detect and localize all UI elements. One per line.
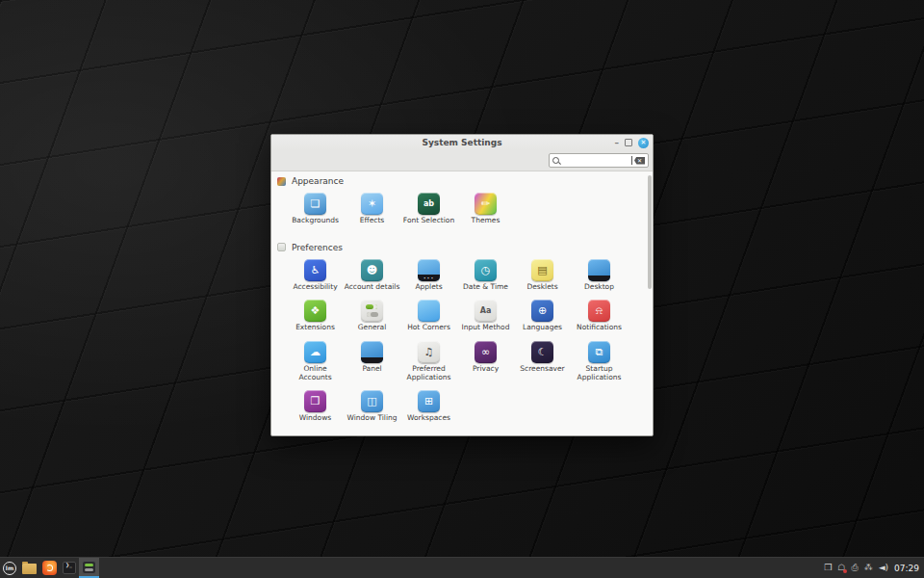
system-tray: ❒☖⎙⁂◄)07:29: [824, 564, 924, 573]
settings-item-label: Effects: [360, 217, 385, 225]
update-manager-icon[interactable]: ☖: [837, 564, 845, 572]
settings-item-desklets[interactable]: ▤Desklets: [514, 259, 571, 292]
appearance-section-icon: [277, 177, 286, 186]
applets-icon: ···: [418, 259, 440, 281]
text-caret: [631, 156, 632, 165]
icon-glyph: ✶: [368, 198, 376, 209]
settings-item-preferred-applications[interactable]: ♫Preferred Applications: [400, 341, 457, 381]
privacy-icon: ∞: [475, 341, 497, 363]
icon-glyph: ☁: [310, 347, 321, 357]
icon-glyph: ⧉: [596, 347, 603, 357]
online-accounts-icon: ☁: [304, 341, 326, 363]
icon-grid-appearance: ❏Backgrounds✶EffectsabFont Selection✏The…: [277, 193, 645, 225]
menu-button-glyph: lm: [3, 562, 16, 575]
settings-item-label: Workspaces: [407, 414, 450, 423]
close-button[interactable]: ✕: [638, 138, 649, 148]
desklets-icon: ▤: [531, 259, 553, 281]
settings-item-online-accounts[interactable]: ☁Online Accounts: [287, 341, 344, 381]
icon-glyph: ◫: [367, 396, 376, 407]
window-titlebar[interactable]: System Settings – ✕: [271, 135, 653, 150]
settings-item-label: Accessibility: [293, 283, 337, 292]
settings-item-windows[interactable]: ❒Windows: [287, 390, 344, 423]
terminal-app-icon[interactable]: ❯_: [60, 558, 79, 578]
settings-item-extensions[interactable]: ❖Extensions: [287, 300, 344, 332]
icon-glyph: ▤: [537, 265, 547, 276]
settings-item-window-tiling[interactable]: ◫Window Tiling: [344, 390, 400, 423]
settings-item-workspaces[interactable]: ⊞Workspaces: [400, 390, 457, 423]
settings-item-general[interactable]: General: [344, 300, 400, 332]
settings-item-backgrounds[interactable]: ❏Backgrounds: [287, 193, 344, 225]
icon-glyph: ⍾: [596, 305, 603, 316]
extensions-icon: ❖: [304, 300, 326, 322]
section-header-preferences: Preferences: [277, 243, 645, 252]
accessibility-icon: ♿: [304, 259, 326, 281]
input-method-icon: Aa: [475, 300, 497, 322]
files-app-icon[interactable]: [19, 558, 39, 578]
settings-item-label: Screensaver: [520, 365, 564, 374]
icon-glyph: ♿: [311, 265, 321, 276]
settings-item-label: Languages: [523, 324, 562, 332]
notifications-icon: ⍾: [588, 300, 610, 322]
settings-item-input-method[interactable]: AaInput Method: [457, 300, 514, 332]
volume-icon[interactable]: ◄): [879, 564, 888, 572]
preferences-section-icon: [277, 243, 286, 251]
settings-item-date-time[interactable]: ◷Date & Time: [457, 259, 514, 292]
settings-item-themes[interactable]: ✏Themes: [457, 193, 514, 225]
section-header-appearance: Appearance: [277, 176, 645, 186]
settings-item-desktop[interactable]: Desktop: [571, 259, 628, 292]
window-controls: – ✕: [615, 135, 650, 150]
settings-item-label: Applets: [415, 283, 442, 292]
settings-item-hot-corners[interactable]: Hot Corners: [400, 300, 457, 332]
settings-item-applets[interactable]: ···Applets: [400, 259, 457, 292]
settings-item-panel[interactable]: Panel: [344, 341, 400, 381]
firefox-app-icon[interactable]: [39, 558, 60, 578]
startup-applications-icon: ⧉: [588, 341, 610, 363]
settings-item-accessibility[interactable]: ♿Accessibility: [287, 259, 344, 292]
icon-glyph: ···: [424, 275, 435, 283]
vertical-scrollbar[interactable]: [648, 175, 652, 289]
window-title: System Settings: [271, 138, 653, 147]
settings-item-label: Backgrounds: [292, 217, 339, 225]
settings-item-label: Privacy: [473, 365, 499, 374]
settings-item-privacy[interactable]: ∞Privacy: [457, 341, 514, 381]
icon-glyph: ❒: [311, 396, 321, 407]
screensaver-icon: ☾: [531, 341, 553, 363]
settings-item-label: Windows: [299, 414, 331, 423]
system-settings-app-icon[interactable]: [79, 558, 99, 578]
settings-item-screensaver[interactable]: ☾Screensaver: [514, 341, 571, 381]
settings-item-notifications[interactable]: ⍾Notifications: [571, 300, 628, 332]
firefox-app-icon-glyph: [42, 561, 57, 575]
settings-item-label: General: [358, 324, 387, 332]
files-app-icon-glyph: [22, 564, 37, 574]
icon-glyph: ❏: [311, 198, 321, 209]
settings-item-label: Window Tiling: [346, 414, 397, 423]
icon-glyph: Aa: [480, 307, 492, 315]
input-switcher-icon[interactable]: ❒: [824, 564, 832, 572]
settings-item-label: Notifications: [577, 324, 622, 332]
menu-button[interactable]: lm: [0, 558, 19, 578]
minimize-button[interactable]: –: [615, 140, 620, 145]
hot-corners-icon: [418, 300, 440, 322]
settings-item-account-details[interactable]: ☻Account details: [344, 259, 400, 292]
icon-glyph: ⊕: [538, 305, 547, 316]
settings-item-font-selection[interactable]: abFont Selection: [400, 193, 457, 225]
settings-item-label: Input Method: [462, 324, 510, 332]
settings-item-label: Date & Time: [463, 283, 508, 292]
maximize-button[interactable]: [625, 139, 632, 146]
network-icon[interactable]: ⁂: [864, 564, 873, 572]
settings-item-effects[interactable]: ✶Effects: [344, 193, 400, 225]
languages-icon: ⊕: [531, 300, 553, 322]
icon-glyph: ⊞: [424, 396, 433, 407]
taskbar-clock[interactable]: 07:29: [894, 564, 919, 573]
search-toolbar: ✕: [271, 150, 653, 171]
printer-icon[interactable]: ⎙: [851, 564, 858, 572]
settings-item-languages[interactable]: ⊕Languages: [514, 300, 571, 332]
themes-icon: ✏: [475, 193, 497, 215]
settings-item-startup-applications[interactable]: ⧉Startup Applications: [571, 341, 628, 381]
icon-glyph: ☾: [538, 347, 548, 357]
search-box[interactable]: ✕: [549, 153, 649, 168]
window-tiling-icon: ◫: [361, 390, 383, 412]
taskbar: lm❯_ ❒☖⎙⁂◄)07:29: [0, 557, 924, 578]
taskbar-apps: lm❯_: [0, 558, 99, 578]
backgrounds-icon: ❏: [304, 193, 326, 215]
